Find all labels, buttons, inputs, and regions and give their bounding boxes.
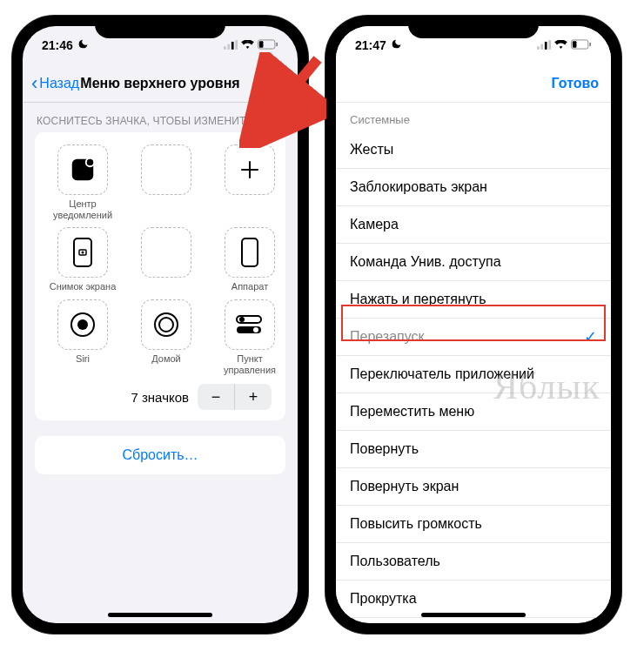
wifi-icon xyxy=(554,38,567,52)
svg-rect-2 xyxy=(231,42,234,50)
cellular-icon xyxy=(537,38,551,52)
icon-empty-2[interactable] xyxy=(127,227,205,292)
list-item[interactable]: Повернуть xyxy=(336,431,611,468)
battery-icon xyxy=(258,38,278,52)
icon-grid-card: Центр уведомлений xyxy=(35,132,285,420)
icon-device[interactable]: Аппарат xyxy=(211,227,289,292)
svg-rect-12 xyxy=(242,238,258,266)
notch xyxy=(95,16,225,38)
wifi-icon xyxy=(241,38,254,52)
icon-siri[interactable]: Siri xyxy=(44,299,122,375)
list-item[interactable]: Повернуть экран xyxy=(336,468,611,506)
list-section-control: Пункт управления xyxy=(336,618,611,623)
list-item[interactable]: Жесты xyxy=(336,131,611,169)
status-time: 21:47 xyxy=(355,38,386,52)
home-indicator[interactable] xyxy=(108,613,212,617)
reset-label: Сбросить… xyxy=(122,447,198,463)
icon-add-slot[interactable] xyxy=(211,144,289,220)
list-item-restart[interactable]: Перезапуск ✓ xyxy=(336,319,611,356)
svg-rect-1 xyxy=(227,44,230,50)
svg-point-15 xyxy=(155,313,178,336)
svg-rect-26 xyxy=(573,41,577,47)
svg-point-8 xyxy=(86,158,94,166)
reset-button[interactable]: Сбросить… xyxy=(35,436,285,474)
list-section-system: Системные xyxy=(336,103,611,131)
list-item[interactable]: Пользователь xyxy=(336,543,611,581)
stepper-plus[interactable]: + xyxy=(235,384,272,410)
moon-icon xyxy=(77,38,89,52)
nav-bar: ‹ Назад Меню верхнего уровня xyxy=(23,64,298,103)
nav-bar: Готово xyxy=(336,64,611,103)
list-item[interactable]: Камера xyxy=(336,206,611,244)
svg-point-11 xyxy=(82,252,84,254)
back-button[interactable]: ‹ Назад xyxy=(31,74,79,93)
plus-icon xyxy=(236,156,264,184)
list-item[interactable]: Заблокировать экран xyxy=(336,169,611,206)
icon-count-label: 7 значков xyxy=(131,390,189,405)
done-button[interactable]: Готово xyxy=(552,76,599,91)
svg-rect-21 xyxy=(537,46,540,50)
cellular-icon xyxy=(224,38,238,52)
status-time: 21:46 xyxy=(42,38,73,52)
phone-left: 21:46 xyxy=(12,16,308,634)
battery-icon xyxy=(571,38,592,52)
icon-screenshot[interactable]: Снимок экрана xyxy=(44,227,122,292)
icon-notification-center[interactable]: Центр уведомлений xyxy=(44,144,122,220)
svg-rect-24 xyxy=(548,40,551,50)
svg-point-16 xyxy=(159,318,173,332)
icon-home[interactable]: Домой xyxy=(127,299,205,375)
list-item[interactable]: Команда Унив. доступа xyxy=(336,244,611,281)
svg-rect-27 xyxy=(589,43,591,47)
checkmark-icon: ✓ xyxy=(584,327,597,346)
back-label: Назад xyxy=(39,76,79,91)
done-label: Готово xyxy=(552,76,599,91)
list-item[interactable]: Повысить громкость xyxy=(336,506,611,543)
stepper-minus[interactable]: − xyxy=(198,384,234,410)
options-list[interactable]: Системные Жесты Заблокировать экран Каме… xyxy=(336,103,611,623)
moon-icon xyxy=(391,38,402,52)
svg-rect-6 xyxy=(276,43,278,47)
list-item[interactable]: Переместить меню xyxy=(336,393,611,431)
svg-rect-0 xyxy=(224,46,226,50)
notch xyxy=(408,16,539,38)
home-indicator[interactable] xyxy=(421,613,526,617)
svg-point-18 xyxy=(239,317,245,322)
chevron-left-icon: ‹ xyxy=(31,74,37,93)
section-header: КОСНИТЕСЬ ЗНАЧКА, ЧТОБЫ ИЗМЕНИТЬ: xyxy=(23,103,298,132)
svg-point-20 xyxy=(253,327,258,332)
list-item[interactable]: Переключатель приложений xyxy=(336,356,611,393)
svg-rect-3 xyxy=(235,40,238,50)
page-title: Меню верхнего уровня xyxy=(80,76,239,91)
icon-empty-1[interactable] xyxy=(127,144,205,220)
list-item[interactable]: Нажать и перетянуть xyxy=(336,281,611,319)
icon-count-stepper[interactable]: − + xyxy=(198,384,272,410)
phone-right: 21:47 xyxy=(325,16,621,634)
svg-rect-22 xyxy=(540,44,543,50)
svg-rect-5 xyxy=(259,41,264,47)
svg-rect-23 xyxy=(545,42,547,50)
icon-control-center[interactable]: Пункт управления xyxy=(211,299,289,375)
svg-point-14 xyxy=(77,319,88,330)
